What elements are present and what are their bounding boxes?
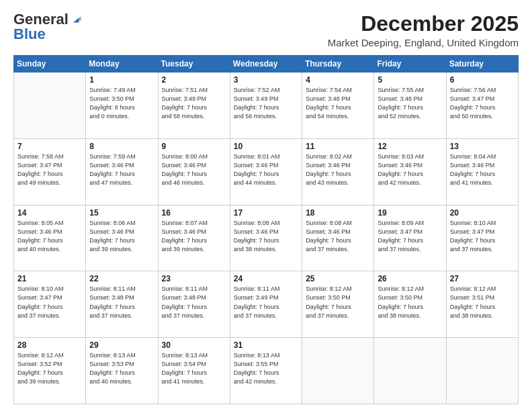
table-row xyxy=(374,338,446,404)
table-row: 16Sunrise: 8:07 AMSunset: 3:46 PMDayligh… xyxy=(158,205,230,271)
col-thursday: Thursday xyxy=(302,56,374,73)
day-info: Sunrise: 8:10 AMSunset: 3:47 PMDaylight:… xyxy=(17,285,82,320)
main-title: December 2025 xyxy=(328,12,519,36)
day-number: 15 xyxy=(89,208,154,218)
sub-title: Market Deeping, England, United Kingdom xyxy=(328,37,519,48)
day-number: 18 xyxy=(306,208,370,218)
calendar-week-row: 28Sunrise: 8:12 AMSunset: 3:52 PMDayligh… xyxy=(14,338,519,404)
calendar-table: Sunday Monday Tuesday Wednesday Thursday… xyxy=(13,55,519,404)
day-info: Sunrise: 8:02 AMSunset: 3:46 PMDaylight:… xyxy=(306,152,370,187)
day-info: Sunrise: 7:59 AMSunset: 3:46 PMDaylight:… xyxy=(89,152,154,187)
day-info: Sunrise: 8:11 AMSunset: 3:48 PMDaylight:… xyxy=(162,285,226,320)
day-info: Sunrise: 8:13 AMSunset: 3:54 PMDaylight:… xyxy=(162,351,226,386)
day-info: Sunrise: 8:00 AMSunset: 3:46 PMDaylight:… xyxy=(162,152,226,187)
day-number: 16 xyxy=(162,208,226,218)
logo-general-text: General xyxy=(13,12,69,27)
table-row: 13Sunrise: 8:04 AMSunset: 3:46 PMDayligh… xyxy=(446,138,518,205)
day-info: Sunrise: 7:54 AMSunset: 3:48 PMDaylight:… xyxy=(306,86,370,121)
day-number: 11 xyxy=(306,142,370,151)
table-row: 25Sunrise: 8:12 AMSunset: 3:50 PMDayligh… xyxy=(302,271,374,338)
col-sunday: Sunday xyxy=(14,56,86,73)
day-number: 28 xyxy=(17,340,82,350)
day-info: Sunrise: 7:56 AMSunset: 3:47 PMDaylight:… xyxy=(450,86,515,121)
day-number: 1 xyxy=(89,75,154,85)
table-row: 3Sunrise: 7:52 AMSunset: 3:49 PMDaylight… xyxy=(230,73,302,139)
day-info: Sunrise: 8:13 AMSunset: 3:55 PMDaylight:… xyxy=(234,351,298,386)
calendar-week-row: 21Sunrise: 8:10 AMSunset: 3:47 PMDayligh… xyxy=(14,271,519,338)
table-row: 24Sunrise: 8:11 AMSunset: 3:49 PMDayligh… xyxy=(230,271,302,338)
table-row xyxy=(302,338,374,404)
calendar-week-row: 14Sunrise: 8:05 AMSunset: 3:46 PMDayligh… xyxy=(14,205,519,271)
table-row: 17Sunrise: 8:08 AMSunset: 3:46 PMDayligh… xyxy=(230,205,302,271)
table-row: 9Sunrise: 8:00 AMSunset: 3:46 PMDaylight… xyxy=(158,138,230,205)
day-number: 12 xyxy=(378,142,442,151)
day-info: Sunrise: 8:06 AMSunset: 3:46 PMDaylight:… xyxy=(89,219,154,254)
table-row: 22Sunrise: 8:11 AMSunset: 3:48 PMDayligh… xyxy=(86,271,158,338)
header: General Blue December 2025 Market Deepin… xyxy=(13,12,519,48)
day-info: Sunrise: 8:08 AMSunset: 3:46 PMDaylight:… xyxy=(234,219,298,254)
day-number: 10 xyxy=(234,142,298,151)
day-info: Sunrise: 8:11 AMSunset: 3:48 PMDaylight:… xyxy=(89,285,154,320)
day-info: Sunrise: 8:07 AMSunset: 3:46 PMDaylight:… xyxy=(162,219,226,254)
day-number: 17 xyxy=(234,208,298,218)
day-number: 13 xyxy=(450,142,515,151)
table-row: 27Sunrise: 8:12 AMSunset: 3:51 PMDayligh… xyxy=(446,271,518,338)
table-row: 14Sunrise: 8:05 AMSunset: 3:46 PMDayligh… xyxy=(14,205,86,271)
col-tuesday: Tuesday xyxy=(158,56,230,73)
table-row xyxy=(446,338,518,404)
day-number: 31 xyxy=(234,340,298,350)
logo-icon xyxy=(70,13,82,26)
table-row: 6Sunrise: 7:56 AMSunset: 3:47 PMDaylight… xyxy=(446,73,518,139)
day-number: 7 xyxy=(17,142,82,151)
table-row: 12Sunrise: 8:03 AMSunset: 3:46 PMDayligh… xyxy=(374,138,446,205)
day-number: 27 xyxy=(450,274,515,283)
table-row: 30Sunrise: 8:13 AMSunset: 3:54 PMDayligh… xyxy=(158,338,230,404)
day-number: 21 xyxy=(17,274,82,283)
day-number: 22 xyxy=(89,274,154,283)
table-row: 10Sunrise: 8:01 AMSunset: 3:46 PMDayligh… xyxy=(230,138,302,205)
day-info: Sunrise: 8:11 AMSunset: 3:49 PMDaylight:… xyxy=(234,285,298,320)
day-info: Sunrise: 7:52 AMSunset: 3:49 PMDaylight:… xyxy=(234,86,298,121)
day-number: 14 xyxy=(17,208,82,218)
logo: General Blue xyxy=(13,12,82,42)
day-number: 24 xyxy=(234,274,298,283)
day-info: Sunrise: 8:01 AMSunset: 3:46 PMDaylight:… xyxy=(234,152,298,187)
day-info: Sunrise: 8:12 AMSunset: 3:51 PMDaylight:… xyxy=(450,285,515,320)
day-info: Sunrise: 7:55 AMSunset: 3:48 PMDaylight:… xyxy=(378,86,442,121)
day-info: Sunrise: 8:09 AMSunset: 3:47 PMDaylight:… xyxy=(378,219,442,254)
table-row: 1Sunrise: 7:49 AMSunset: 3:50 PMDaylight… xyxy=(86,73,158,139)
table-row: 18Sunrise: 8:08 AMSunset: 3:46 PMDayligh… xyxy=(302,205,374,271)
day-info: Sunrise: 8:12 AMSunset: 3:50 PMDaylight:… xyxy=(378,285,442,320)
day-info: Sunrise: 8:03 AMSunset: 3:46 PMDaylight:… xyxy=(378,152,442,187)
svg-marker-1 xyxy=(75,17,81,21)
day-number: 20 xyxy=(450,208,515,218)
calendar-week-row: 1Sunrise: 7:49 AMSunset: 3:50 PMDaylight… xyxy=(14,73,519,139)
day-number: 30 xyxy=(162,340,226,350)
table-row: 2Sunrise: 7:51 AMSunset: 3:49 PMDaylight… xyxy=(158,73,230,139)
day-number: 26 xyxy=(378,274,442,283)
day-number: 9 xyxy=(162,142,226,151)
day-number: 8 xyxy=(89,142,154,151)
col-monday: Monday xyxy=(86,56,158,73)
table-row xyxy=(14,73,86,139)
day-number: 19 xyxy=(378,208,442,218)
day-number: 29 xyxy=(89,340,154,350)
table-row: 21Sunrise: 8:10 AMSunset: 3:47 PMDayligh… xyxy=(14,271,86,338)
table-row: 29Sunrise: 8:13 AMSunset: 3:53 PMDayligh… xyxy=(86,338,158,404)
day-info: Sunrise: 7:58 AMSunset: 3:47 PMDaylight:… xyxy=(17,152,82,187)
title-block: December 2025 Market Deeping, England, U… xyxy=(328,12,519,48)
day-number: 5 xyxy=(378,75,442,85)
day-info: Sunrise: 8:10 AMSunset: 3:47 PMDaylight:… xyxy=(450,219,515,254)
table-row: 20Sunrise: 8:10 AMSunset: 3:47 PMDayligh… xyxy=(446,205,518,271)
day-info: Sunrise: 8:13 AMSunset: 3:53 PMDaylight:… xyxy=(89,351,154,386)
table-row: 4Sunrise: 7:54 AMSunset: 3:48 PMDaylight… xyxy=(302,73,374,139)
day-info: Sunrise: 7:49 AMSunset: 3:50 PMDaylight:… xyxy=(89,86,154,121)
table-row: 23Sunrise: 8:11 AMSunset: 3:48 PMDayligh… xyxy=(158,271,230,338)
logo-blue-text: Blue xyxy=(13,27,46,42)
calendar-body: 1Sunrise: 7:49 AMSunset: 3:50 PMDaylight… xyxy=(14,73,519,404)
day-number: 3 xyxy=(234,75,298,85)
table-row: 28Sunrise: 8:12 AMSunset: 3:52 PMDayligh… xyxy=(14,338,86,404)
table-row: 19Sunrise: 8:09 AMSunset: 3:47 PMDayligh… xyxy=(374,205,446,271)
table-row: 5Sunrise: 7:55 AMSunset: 3:48 PMDaylight… xyxy=(374,73,446,139)
day-number: 23 xyxy=(162,274,226,283)
